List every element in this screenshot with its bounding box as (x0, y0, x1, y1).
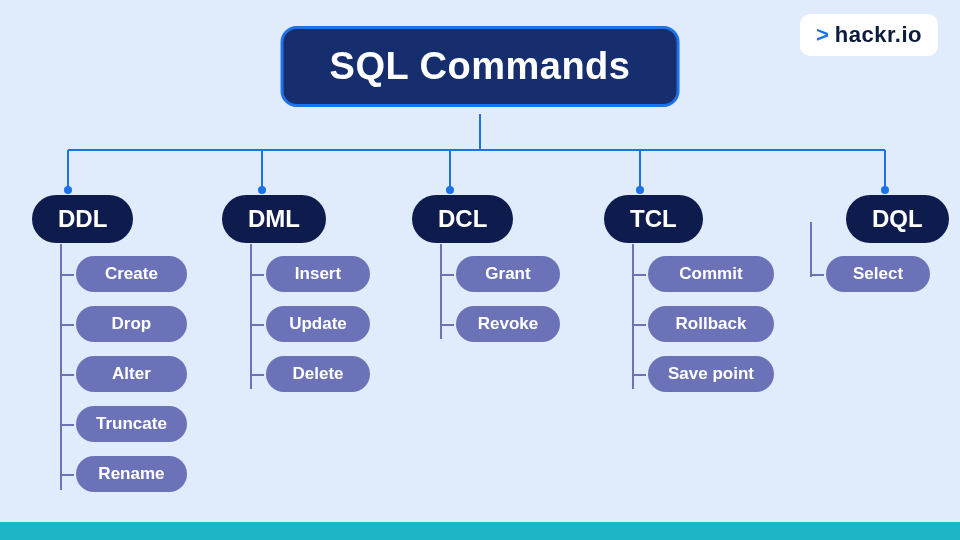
tick (440, 324, 454, 326)
items-dml: Insert Update Delete (266, 256, 370, 392)
leaf-select: Select (826, 256, 930, 292)
tick (632, 374, 646, 376)
stem-dql (810, 222, 812, 277)
svg-point-10 (636, 186, 644, 194)
leaf-truncate: Truncate (76, 406, 187, 442)
leaf-create: Create (76, 256, 187, 292)
tick (250, 374, 264, 376)
items-dql: Select (826, 256, 930, 292)
items-ddl: Create Drop Alter Truncate Rename (76, 256, 187, 492)
leaf-revoke: Revoke (456, 306, 560, 342)
svg-point-7 (64, 186, 72, 194)
chevron-icon: > (816, 22, 829, 48)
tick (440, 274, 454, 276)
category-dml: DML (222, 195, 326, 243)
leaf-rename: Rename (76, 456, 187, 492)
leaf-rollback: Rollback (648, 306, 774, 342)
leaf-commit: Commit (648, 256, 774, 292)
leaf-savepoint: Save point (648, 356, 774, 392)
stem-tcl (632, 244, 634, 389)
leaf-grant: Grant (456, 256, 560, 292)
leaf-alter: Alter (76, 356, 187, 392)
tick (60, 474, 74, 476)
category-dcl: DCL (412, 195, 513, 243)
tick (60, 374, 74, 376)
tick (60, 324, 74, 326)
category-tcl: TCL (604, 195, 703, 243)
brand-logo: > hackr.io (800, 14, 938, 56)
leaf-update: Update (266, 306, 370, 342)
svg-point-11 (881, 186, 889, 194)
category-ddl: DDL (32, 195, 133, 243)
tick (250, 324, 264, 326)
svg-point-9 (446, 186, 454, 194)
tick (250, 274, 264, 276)
footer-bar (0, 522, 960, 540)
tick (810, 274, 824, 276)
leaf-insert: Insert (266, 256, 370, 292)
items-tcl: Commit Rollback Save point (648, 256, 774, 392)
category-dql: DQL (846, 195, 949, 243)
items-dcl: Grant Revoke (456, 256, 560, 342)
stem-dml (250, 244, 252, 389)
tick (632, 324, 646, 326)
tick (60, 424, 74, 426)
tick (60, 274, 74, 276)
svg-point-8 (258, 186, 266, 194)
tick (632, 274, 646, 276)
leaf-drop: Drop (76, 306, 187, 342)
root-node-sql-commands: SQL Commands (281, 26, 680, 107)
stem-ddl (60, 244, 62, 490)
leaf-delete: Delete (266, 356, 370, 392)
brand-text: hackr.io (835, 22, 922, 48)
